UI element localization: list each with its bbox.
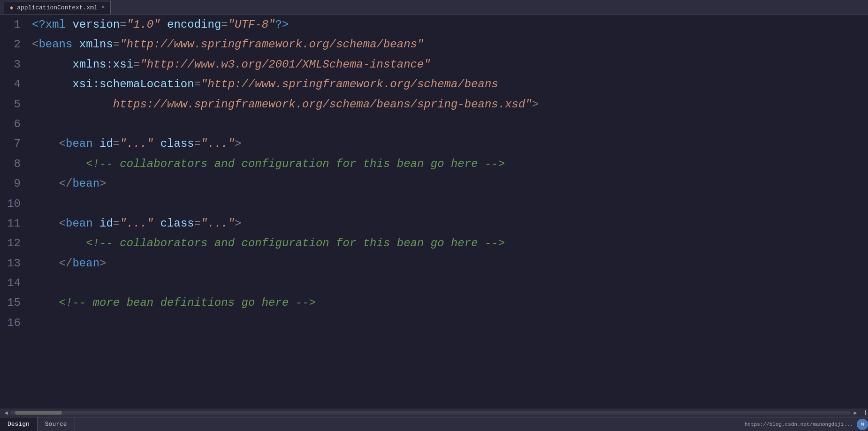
line-content — [28, 114, 868, 134]
line-number: 11 — [0, 214, 28, 234]
line-number: 7 — [0, 134, 28, 154]
tab-close-button[interactable]: × — [101, 5, 105, 10]
line-number: 14 — [0, 273, 28, 293]
line-number: 15 — [0, 293, 28, 313]
table-row: 16 — [0, 313, 868, 333]
bottom-tabs: Design Source https://blog.csdn.net/mano… — [0, 417, 868, 431]
table-row: 11 <bean id="..." class="..."> — [0, 214, 868, 234]
xml-file-icon: ◆ — [10, 4, 13, 11]
token-xml-punct: > — [99, 257, 106, 270]
token-xml-punct: > — [99, 177, 106, 190]
line-number: 8 — [0, 154, 28, 174]
token-xml-punct: < — [59, 137, 66, 150]
token-xml-tag: beans — [38, 38, 72, 51]
token-xml-punct: = — [194, 217, 201, 230]
table-row: 14 — [0, 273, 868, 293]
line-content: <bean id="..." class="..."> — [28, 214, 868, 234]
horizontal-scrollbar[interactable]: ◀ ▶ — [0, 408, 868, 417]
code-scroll-area[interactable]: 1<?xml version="1.0" encoding="UTF-8"?>2… — [0, 15, 868, 408]
line-number: 3 — [0, 55, 28, 75]
token-xml-punct: > — [532, 98, 539, 111]
token-xml-punct: > — [235, 137, 241, 150]
token-xml-tag: bean — [66, 137, 93, 150]
line-content: </bean> — [28, 254, 868, 273]
token-xml-decl: <?xml — [32, 18, 72, 31]
token-xml-punct: </ — [59, 257, 73, 270]
token-xml-punct: < — [32, 38, 38, 51]
token-xml-punct: = — [221, 18, 228, 31]
table-row: 9 </bean> — [0, 174, 868, 194]
source-tab-label: Source — [45, 421, 67, 428]
file-tab[interactable]: ◆ applicationContext.xml × — [4, 1, 111, 14]
token-xml-punct: > — [235, 217, 241, 230]
token-xml-attr: encoding — [160, 18, 221, 31]
design-tab-label: Design — [8, 421, 30, 428]
title-bar: ◆ applicationContext.xml × — [0, 0, 868, 15]
token-xml-attr: xsi:schemaLocation — [72, 78, 194, 91]
token-xml-value: "..." — [201, 217, 235, 230]
token-xml-punct: = — [133, 58, 140, 71]
table-row: 15 <!-- more bean definitions go here --… — [0, 293, 868, 313]
line-number: 12 — [0, 234, 28, 253]
line-content: <bean id="..." class="..."> — [28, 134, 868, 154]
tab-source[interactable]: Source — [38, 417, 75, 431]
scroll-thumb[interactable] — [15, 411, 62, 415]
token-xml-punct: = — [120, 18, 126, 31]
line-content: xsi:schemaLocation="http://www.springfra… — [28, 75, 868, 94]
tab-filename: applicationContext.xml — [17, 4, 98, 11]
scroll-right-arrow[interactable]: ▶ — [851, 409, 860, 416]
table-row: 1<?xml version="1.0" encoding="UTF-8"?> — [0, 15, 868, 35]
table-row: 2<beans xmlns="http://www.springframewor… — [0, 35, 868, 54]
token-xml-attr: version — [72, 18, 120, 31]
line-content — [28, 194, 868, 214]
code-editor: 1<?xml version="1.0" encoding="UTF-8"?>2… — [0, 15, 868, 417]
table-row: 12 <!-- collaborators and configuration … — [0, 234, 868, 253]
token-xml-comment: <!-- more bean definitions go here --> — [59, 296, 316, 309]
line-number: 1 — [0, 15, 28, 35]
token-plain — [32, 137, 59, 150]
token-xml-attr: id — [93, 217, 113, 230]
scroll-left-arrow[interactable]: ◀ — [2, 409, 10, 416]
token-xml-attr: xmlns — [72, 38, 113, 51]
token-xml-value: "..." — [201, 137, 235, 150]
url-bar: https://blog.csdn.net/manongdiji... — [745, 422, 853, 427]
token-plain — [32, 237, 86, 250]
token-plain — [32, 177, 59, 190]
token-xml-value: https://www.springframework.org/schema/b… — [32, 98, 532, 111]
token-xml-punct: < — [59, 217, 66, 230]
token-xml-tag: bean — [66, 217, 93, 230]
token-xml-punct: </ — [59, 177, 73, 190]
token-plain — [32, 58, 72, 71]
line-content: <?xml version="1.0" encoding="UTF-8"?> — [28, 15, 868, 35]
token-xml-punct: = — [113, 137, 120, 150]
table-row: 13 </bean> — [0, 254, 868, 273]
cursor-line — [865, 410, 866, 415]
token-xml-value: "..." — [120, 217, 153, 230]
line-number: 13 — [0, 254, 28, 273]
token-xml-attr: class — [153, 217, 194, 230]
line-content: xmlns:xsi="http://www.w3.org/2001/XMLSch… — [28, 55, 868, 75]
line-number: 9 — [0, 174, 28, 194]
token-xml-value: "http://www.springframework.org/schema/b… — [120, 38, 424, 51]
avatar: M — [857, 419, 868, 430]
token-xml-value: "..." — [120, 137, 153, 150]
token-plain — [32, 158, 86, 170]
line-content: <!-- more bean definitions go here --> — [28, 293, 868, 313]
token-xml-punct: = — [194, 137, 201, 150]
token-plain — [32, 78, 72, 91]
line-content: <beans xmlns="http://www.springframework… — [28, 35, 868, 54]
token-xml-value: "UTF-8" — [228, 18, 275, 31]
scroll-track[interactable] — [10, 411, 851, 415]
token-xml-punct: = — [113, 38, 120, 51]
code-table: 1<?xml version="1.0" encoding="UTF-8"?>2… — [0, 15, 868, 333]
line-content: <!-- collaborators and configuration for… — [28, 234, 868, 253]
token-xml-value: "1.0" — [127, 18, 160, 31]
line-content — [28, 313, 868, 333]
table-row: 10 — [0, 194, 868, 214]
table-row: 4 xsi:schemaLocation="http://www.springf… — [0, 75, 868, 94]
tab-design[interactable]: Design — [0, 417, 38, 431]
table-row: 5 https://www.springframework.org/schema… — [0, 95, 868, 114]
table-row: 8 <!-- collaborators and configuration f… — [0, 154, 868, 174]
token-plain — [32, 296, 59, 309]
token-xml-value: "http://www.w3.org/2001/XMLSchema-instan… — [140, 58, 430, 71]
